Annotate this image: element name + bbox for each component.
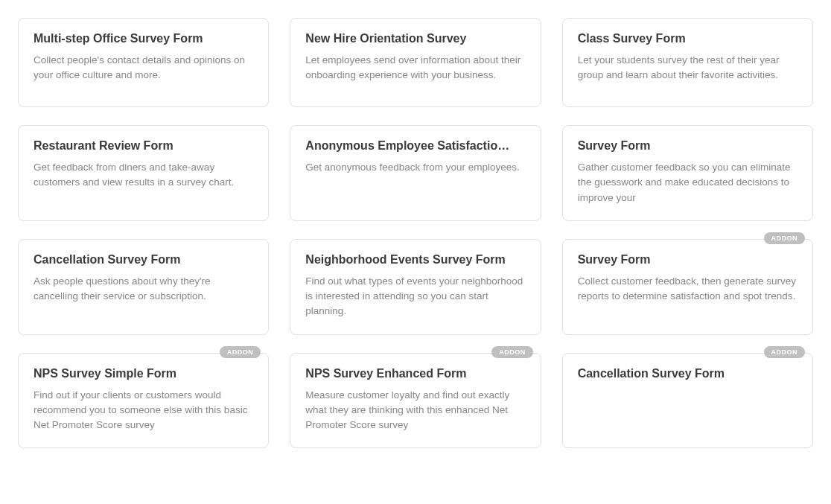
card-description: Measure customer loyalty and find out ex… [305, 388, 525, 433]
template-card[interactable]: ADDON Cancellation Survey Form Ask peopl… [18, 239, 269, 335]
template-card[interactable]: ADDON NPS Survey Enhanced Form Measure c… [290, 353, 541, 449]
card-title: Survey Form [578, 253, 797, 267]
template-card[interactable]: ADDON Class Survey Form Let your student… [562, 18, 813, 107]
template-card[interactable]: ADDON Anonymous Employee Satisfactio… Ge… [290, 125, 541, 221]
card-description: Get feedback from diners and take-away c… [34, 160, 253, 191]
card-title: Anonymous Employee Satisfactio… [305, 139, 525, 153]
card-description: Ask people questions about why they're c… [34, 274, 253, 304]
template-card[interactable]: ADDON Survey Form Gather customer feedba… [562, 125, 813, 221]
card-title: NPS Survey Enhanced Form [305, 367, 525, 380]
card-description: Find out if your clients or customers wo… [34, 388, 253, 433]
card-title: Cancellation Survey Form [34, 253, 253, 267]
template-card[interactable]: ADDON NPS Survey Simple Form Find out if… [18, 353, 269, 449]
card-title: New Hire Orientation Survey [305, 32, 525, 45]
card-title: NPS Survey Simple Form [34, 367, 253, 380]
addon-badge: ADDON [764, 346, 806, 358]
card-title: Survey Form [578, 139, 797, 153]
card-description: Find out what types of events your neigh… [305, 274, 525, 319]
template-card[interactable]: ADDON Neighborhood Events Survey Form Fi… [290, 239, 541, 335]
card-title: Class Survey Form [578, 32, 797, 45]
addon-badge: ADDON [491, 346, 533, 358]
template-card[interactable]: ADDON New Hire Orientation Survey Let em… [290, 18, 541, 107]
card-description: Gather customer feedback so you can elim… [578, 160, 797, 205]
template-grid: ADDON Multi-step Office Survey Form Coll… [18, 18, 813, 448]
card-title: Cancellation Survey Form [578, 367, 797, 380]
template-card[interactable]: ADDON Restaurant Review Form Get feedbac… [18, 125, 269, 221]
card-description: Collect customer feedback, then generate… [578, 274, 797, 304]
addon-badge: ADDON [764, 232, 806, 244]
template-card[interactable]: ADDON Cancellation Survey Form [562, 353, 813, 449]
addon-badge: ADDON [220, 346, 261, 358]
card-title: Neighborhood Events Survey Form [305, 253, 525, 267]
card-title: Multi-step Office Survey Form [34, 32, 253, 45]
template-card[interactable]: ADDON Survey Form Collect customer feedb… [562, 239, 813, 335]
card-title: Restaurant Review Form [34, 139, 253, 153]
card-description: Get anonymous feedback from your employe… [305, 160, 525, 175]
template-card[interactable]: ADDON Multi-step Office Survey Form Coll… [18, 18, 269, 107]
card-description: Let employees send over information abou… [305, 53, 525, 83]
card-description: Collect people's contact details and opi… [34, 53, 253, 83]
card-description: Let your students survey the rest of the… [578, 53, 797, 83]
